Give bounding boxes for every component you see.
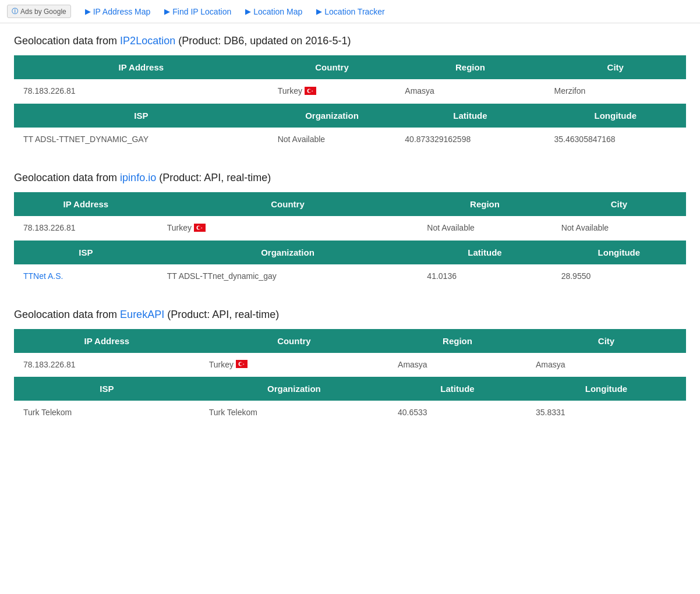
cell-region: Not Available <box>418 216 551 241</box>
col-header-isp: ISP <box>14 377 200 401</box>
section-header-ipinfo: Geolocation data from ipinfo.io (Product… <box>14 172 686 184</box>
cell-org: Turk Telekom <box>200 401 388 424</box>
col-header-region: Region <box>395 55 545 79</box>
nav-link-location-tracker[interactable]: ▶ Location Tracker <box>316 7 385 16</box>
col-header-lat: Latitude <box>418 241 551 264</box>
info-icon: ⓘ <box>12 7 18 16</box>
header-plain-3: Geolocation data from <box>14 309 120 320</box>
col-header-isp: ISP <box>14 104 268 128</box>
cell-lon: 35.46305847168 <box>545 128 686 151</box>
header-plain-2: Geolocation data from <box>14 172 120 183</box>
table-header-row-2: ISP Organization Latitude Longitude <box>14 377 686 401</box>
cell-country: Turkey <box>200 353 388 377</box>
ipinfo-link[interactable]: ipinfo.io <box>120 172 156 183</box>
table-data-row-2: Turk Telekom Turk Telekom 40.6533 35.833… <box>14 401 686 424</box>
table-eurekapi-1: IP Address Country Region City 78.183.22… <box>14 329 686 425</box>
header-suffix-2: (Product: API, real-time) <box>159 172 271 183</box>
cell-lon: 28.9550 <box>552 264 686 288</box>
eurekapi-link[interactable]: EurekAPI <box>120 309 164 320</box>
table-ipinfo-1: IP Address Country Region City 78.183.22… <box>14 192 686 288</box>
cell-region: Amasya <box>395 79 545 104</box>
col-header-lat: Latitude <box>388 377 526 401</box>
cell-org: TT ADSL-TTnet_dynamic_gay <box>158 264 418 288</box>
col-header-country: Country <box>268 55 396 79</box>
cell-ip: 78.183.226.81 <box>14 216 158 241</box>
cell-country: Turkey <box>268 79 396 104</box>
cell-ip: 78.183.226.81 <box>14 353 200 377</box>
cell-city: Merzifon <box>545 79 686 104</box>
cell-org: Not Available <box>268 128 396 151</box>
col-header-city: City <box>526 329 686 353</box>
section-eurekapi: Geolocation data from EurekAPI (Product:… <box>14 309 686 425</box>
cell-isp: TT ADSL-TTNET_DYNAMIC_GAY <box>14 128 268 151</box>
col-header-region: Region <box>388 329 526 353</box>
section-header-ip2location: Geolocation data from IP2Location (Produ… <box>14 35 686 47</box>
cell-lat: 41.0136 <box>418 264 551 288</box>
col-header-lon: Longitude <box>545 104 686 128</box>
header-suffix-3: (Product: API, real-time) <box>167 309 279 320</box>
cell-lat: 40.6533 <box>388 401 526 424</box>
ads-label: Ads by Google <box>20 8 66 16</box>
col-header-org: Organization <box>200 377 388 401</box>
col-header-ip: IP Address <box>14 192 158 216</box>
col-header-org: Organization <box>158 241 418 264</box>
col-header-city: City <box>545 55 686 79</box>
cell-isp: Turk Telekom <box>14 401 200 424</box>
col-header-lon: Longitude <box>526 377 686 401</box>
cell-city: Not Available <box>552 216 686 241</box>
nav-label: Find IP Location <box>172 7 231 16</box>
nav-arrow: ▶ <box>245 7 251 16</box>
cell-lon: 35.8331 <box>526 401 686 424</box>
section-header-eurekapi: Geolocation data from EurekAPI (Product:… <box>14 309 686 321</box>
nav-link-find-ip-location[interactable]: ▶ Find IP Location <box>164 7 231 16</box>
table-header-row: IP Address Country Region City <box>14 55 686 79</box>
cell-country: Turkey <box>158 216 418 241</box>
svg-point-6 <box>197 226 201 229</box>
section-ip2location: Geolocation data from IP2Location (Produ… <box>14 35 686 151</box>
header-plain-1: Geolocation data from <box>14 35 120 47</box>
col-header-country: Country <box>200 329 388 353</box>
col-header-ip: IP Address <box>14 329 200 353</box>
nav-arrow: ▶ <box>85 7 91 16</box>
table-header-row: IP Address Country Region City <box>14 329 686 353</box>
table-header-row-2: ISP Organization Latitude Longitude <box>14 241 686 264</box>
nav-arrow: ▶ <box>316 7 322 16</box>
table-header-row: IP Address Country Region City <box>14 192 686 216</box>
flag-turkey <box>194 224 206 234</box>
nav-arrow: ▶ <box>164 7 170 16</box>
flag-turkey <box>305 87 316 97</box>
nav-link-location-map[interactable]: ▶ Location Map <box>245 7 302 16</box>
top-bar: ⓘ Ads by Google ▶ IP Address Map ▶ Find … <box>0 0 700 23</box>
header-suffix-1: (Product: DB6, updated on 2016-5-1) <box>178 35 351 47</box>
cell-city: Amasya <box>526 353 686 377</box>
table-data-row: 78.183.226.81 Turkey Amasya Amasya <box>14 353 686 377</box>
col-header-lat: Latitude <box>395 104 545 128</box>
col-header-ip: IP Address <box>14 55 268 79</box>
col-header-country: Country <box>158 192 418 216</box>
flag-turkey <box>236 360 248 370</box>
svg-point-2 <box>308 89 312 93</box>
cell-isp: TTNet A.S. <box>14 264 158 288</box>
cell-ip: 78.183.226.81 <box>14 79 268 104</box>
ads-badge: ⓘ Ads by Google <box>7 5 71 18</box>
table-data-row: 78.183.226.81 Turkey Not Available Not A… <box>14 216 686 241</box>
svg-point-10 <box>239 363 243 366</box>
col-header-org: Organization <box>268 104 396 128</box>
nav-label: Location Tracker <box>324 7 385 16</box>
ttnet-link[interactable]: TTNet A.S. <box>23 271 63 281</box>
nav-label: IP Address Map <box>93 7 151 16</box>
ip2location-link[interactable]: IP2Location <box>120 35 175 47</box>
table-ip2location-1: IP Address Country Region City 78.183.22… <box>14 55 686 151</box>
cell-lat: 40.873329162598 <box>395 128 545 151</box>
table-header-row-2: ISP Organization Latitude Longitude <box>14 104 686 128</box>
col-header-lon: Longitude <box>552 241 686 264</box>
table-data-row-2: TT ADSL-TTNET_DYNAMIC_GAY Not Available … <box>14 128 686 151</box>
col-header-region: Region <box>418 192 551 216</box>
col-header-isp: ISP <box>14 241 158 264</box>
table-data-row-2: TTNet A.S. TT ADSL-TTnet_dynamic_gay 41.… <box>14 264 686 288</box>
col-header-city: City <box>552 192 686 216</box>
cell-region: Amasya <box>388 353 526 377</box>
nav-link-ip-address-map[interactable]: ▶ IP Address Map <box>85 7 151 16</box>
nav-label: Location Map <box>253 7 302 16</box>
section-ipinfo: Geolocation data from ipinfo.io (Product… <box>14 172 686 288</box>
